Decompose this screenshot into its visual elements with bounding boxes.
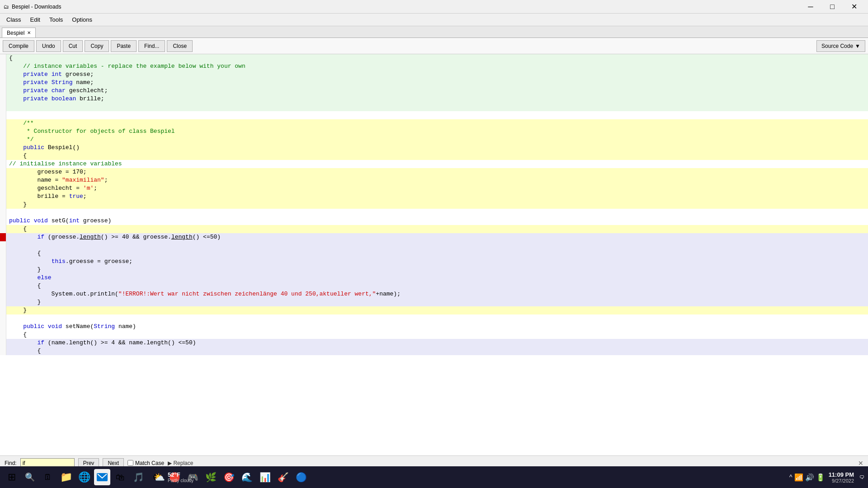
undo-button[interactable]: Undo <box>36 40 61 52</box>
line-content: */ <box>6 136 868 144</box>
line-content: private char geschlecht; <box>6 87 868 95</box>
title-bar-controls: ─ □ ✕ <box>800 0 864 14</box>
menu-tools[interactable]: Tools <box>45 14 67 25</box>
cut-button[interactable]: Cut <box>63 40 83 52</box>
code-line: else <box>0 274 868 282</box>
code-line: { <box>0 331 868 339</box>
taskbar-edge-icon[interactable]: 🌊 <box>239 469 255 485</box>
code-line: System.out.println("!ERROR!:Wert war nic… <box>0 290 868 298</box>
taskbar-xbox-icon[interactable]: 🎯 <box>221 469 237 485</box>
app-icon: 🗂 <box>4 4 9 10</box>
line-content: if (groesse.length() >= 40 && groesse.le… <box>6 233 868 241</box>
taskbar-store-icon[interactable]: 🛍 <box>112 469 128 485</box>
line-content: { <box>6 249 868 258</box>
tab-label: Bespiel <box>7 30 24 36</box>
line-content: { <box>6 331 868 339</box>
code-line: this.groesse = groesse; <box>0 258 868 266</box>
taskbar-explorer-icon[interactable]: 📁 <box>58 469 74 485</box>
taskbar-app5-icon[interactable]: 🔵 <box>293 469 309 485</box>
start-button[interactable]: ⊞ <box>4 469 20 485</box>
line-gutter <box>0 152 6 160</box>
code-line <box>0 103 868 111</box>
line-gutter <box>0 209 6 217</box>
line-content: public void setName(String name) <box>6 323 868 331</box>
tray-battery-icon[interactable]: 🔋 <box>816 473 825 482</box>
line-gutter <box>0 95 6 103</box>
line-content: { <box>6 347 868 355</box>
copy-button[interactable]: Copy <box>85 40 109 52</box>
close-window-button[interactable]: ✕ <box>844 0 864 14</box>
source-code-button[interactable]: Source Code ▼ <box>816 40 865 52</box>
menu-bar: Class Edit Tools Options <box>0 14 868 26</box>
line-gutter <box>0 184 6 192</box>
code-line: if (name.length() >= 4 && name.length() … <box>0 339 868 347</box>
paste-button[interactable]: Paste <box>111 40 137 52</box>
line-gutter <box>0 290 6 298</box>
line-gutter <box>0 70 6 79</box>
line-gutter <box>0 217 6 225</box>
line-gutter <box>0 314 6 323</box>
code-line: groesse = 170; <box>0 168 868 176</box>
line-content: * Constructor for objects of class Bespi… <box>6 127 868 136</box>
code-line: /** <box>0 119 868 127</box>
match-case-checkbox[interactable]: Match Case <box>127 460 164 466</box>
maximize-button[interactable]: □ <box>822 0 843 14</box>
code-editor[interactable]: { // instance variables - replace the ex… <box>0 54 868 455</box>
line-content: } <box>6 266 868 274</box>
minimize-button[interactable]: ─ <box>800 0 821 14</box>
tab-close-icon[interactable]: ✕ <box>27 30 31 35</box>
match-case-label: Match Case <box>135 460 164 466</box>
code-line: private char geschlecht; <box>0 87 868 95</box>
line-content: if (name.length() >= 4 && name.length() … <box>6 339 868 347</box>
tray-chevron-icon[interactable]: ^ <box>789 474 793 481</box>
clock[interactable]: 11:09 PM 9/27/2022 <box>829 471 854 483</box>
taskbar-spotify-icon[interactable]: 🎵 <box>130 469 146 485</box>
code-line: { <box>0 282 868 290</box>
taskbar-widget-icon[interactable]: 🗓 <box>40 469 56 485</box>
line-gutter <box>0 111 6 119</box>
weather-info: 52°F Partly cloudy <box>168 471 193 483</box>
weather-temp: 52°F <box>168 471 193 478</box>
close-button[interactable]: Close <box>167 40 193 52</box>
line-gutter-error <box>0 233 6 241</box>
taskbar-app3-icon[interactable]: 📊 <box>257 469 273 485</box>
line-content: groesse = 170; <box>6 168 868 176</box>
tray-network-icon[interactable]: 📶 <box>794 473 803 482</box>
code-line: public Bespiel() <box>0 144 868 152</box>
code-line: name = "maximilian"; <box>0 176 868 184</box>
find-close-icon[interactable]: ✕ <box>858 460 863 467</box>
line-gutter <box>0 103 6 111</box>
taskbar-app4-icon[interactable]: 🎸 <box>275 469 291 485</box>
match-case-input[interactable] <box>127 460 133 466</box>
find-button[interactable]: Find... <box>138 40 165 52</box>
code-line: // initialise instance variables <box>0 160 868 168</box>
menu-options[interactable]: Options <box>67 14 97 25</box>
taskbar-browser-icon[interactable]: 🌐 <box>76 469 92 485</box>
tray-volume-icon[interactable]: 🔊 <box>805 473 814 482</box>
menu-class[interactable]: Class <box>2 14 26 25</box>
menu-edit[interactable]: Edit <box>26 14 45 25</box>
source-code-dropdown-icon: ▼ <box>855 43 860 49</box>
taskbar-greenshot-icon[interactable]: 🌿 <box>203 469 219 485</box>
tab-bespiel[interactable]: Bespiel ✕ <box>2 28 36 38</box>
tab-bar: Bespiel ✕ <box>0 26 868 38</box>
code-line: brille = true; <box>0 192 868 201</box>
line-content: /** <box>6 119 868 127</box>
title-bar: 🗂 Bespiel - Downloads ─ □ ✕ <box>0 0 868 14</box>
line-content: { <box>6 225 868 233</box>
system-tray: ^ 📶 🔊 🔋 11:09 PM 9/27/2022 🗨 <box>789 471 864 483</box>
line-gutter <box>0 258 6 266</box>
taskbar-mail-icon[interactable] <box>94 469 110 485</box>
compile-button[interactable]: Compile <box>3 40 34 52</box>
line-content: private int groesse; <box>6 70 868 79</box>
replace-button[interactable]: ▶ Replace <box>168 460 193 466</box>
line-gutter <box>0 266 6 274</box>
line-content: else <box>6 274 868 282</box>
line-gutter <box>0 144 6 152</box>
line-content <box>6 103 868 111</box>
notification-icon[interactable]: 🗨 <box>859 474 864 480</box>
line-gutter <box>0 201 6 209</box>
line-gutter <box>0 119 6 127</box>
code-line: } <box>0 306 868 314</box>
taskbar-search-icon[interactable]: 🔍 <box>22 469 38 485</box>
